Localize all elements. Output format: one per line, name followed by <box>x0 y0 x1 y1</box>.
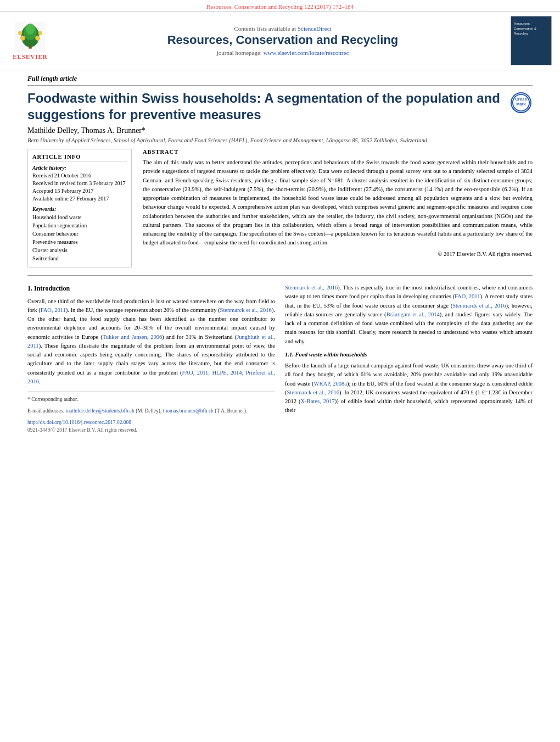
svg-rect-10 <box>513 19 550 36</box>
keywords-label: Keywords: <box>32 206 127 212</box>
footnote-email: E-mail addresses: mathilde.delley@studen… <box>27 407 275 415</box>
ref-stenmarck4[interactable]: Stenmarck et al., 2016 <box>287 389 340 395</box>
ref-fao-hlpe-priefer[interactable]: FAO, 2011; HLPE, 2014; Prieferet al., 20… <box>27 370 275 384</box>
abstract-section: ABSTRACT The aim of this study was to be… <box>143 149 533 267</box>
keyword-1: Household food waste <box>32 213 127 221</box>
affiliation: Bern University of Applied Sciences, Sch… <box>27 137 533 143</box>
email-brunner[interactable]: thomas.brunner@bfh.ch <box>163 408 214 414</box>
journal-cover-image: Resources Conservation & Recycling <box>511 16 552 65</box>
article-body: Full length article Foodwaste within Swi… <box>0 70 560 440</box>
footnote-area: * Corresponding author. E-mail addresses… <box>27 392 275 434</box>
keyword-6: Switzerland <box>32 254 127 263</box>
ref-brautigam[interactable]: Bräutigam et al., 2014 <box>387 311 440 317</box>
body-text-columns: 1. Introduction Overall, one third of th… <box>27 283 533 434</box>
svg-point-17 <box>528 47 534 53</box>
article-history-label: Article history: <box>32 165 127 171</box>
section1-col2-p1: Stenmarck et al., 2016). This is especia… <box>285 283 533 346</box>
crossmark-badge[interactable]: Cross Mark <box>511 92 533 114</box>
issn-line: 0921-3449/© 2017 Elsevier B.V. All right… <box>27 426 275 434</box>
ref-tukker[interactable]: Tukker and Jansen, 2006 <box>103 334 163 340</box>
received-date: Received 21 October 2016 <box>32 172 127 180</box>
svg-text:Resources: Resources <box>516 21 530 24</box>
crossmark-icon: Cross Mark <box>511 92 531 113</box>
svg-point-6 <box>35 35 40 40</box>
article-info-heading: ARTICLE INFO <box>32 154 127 161</box>
svg-rect-14 <box>513 36 550 63</box>
body-col-left: 1. Introduction Overall, one third of th… <box>27 283 275 434</box>
section-divider <box>27 275 533 276</box>
svg-text:Mark: Mark <box>516 102 526 107</box>
article-info-box: ARTICLE INFO Article history: Received 2… <box>27 149 132 267</box>
elsevier-tree-icon <box>14 22 47 52</box>
footnote-corresponding: * Corresponding author. <box>27 395 275 404</box>
svg-point-7 <box>18 31 22 35</box>
svg-point-8 <box>38 31 42 35</box>
copyright: © 2017 Elsevier B.V. All rights reserved… <box>143 251 533 257</box>
doi-link[interactable]: http://dx.doi.org/10.1016/j.resconrec.20… <box>27 420 131 425</box>
available-date: Available online 27 February 2017 <box>32 195 127 203</box>
email-delley[interactable]: mathilde.delley@students.bfh.ch <box>66 408 135 414</box>
homepage-url[interactable]: www.elsevier.com/locate/resconrec <box>264 49 349 56</box>
ref-fao2011-2[interactable]: FAO, 2011 <box>455 293 480 299</box>
journal-citation: Resources, Conservation and Recycling 12… <box>0 0 560 11</box>
ref-wrap[interactable]: WRAP, 2008a <box>314 381 347 387</box>
journal-thumbnail: Resources Conservation & Recycling <box>511 16 555 65</box>
revised-date: Received in revised form 3 February 2017 <box>32 180 127 187</box>
svg-point-15 <box>522 41 540 58</box>
keyword-2: Population segmentation <box>32 221 127 230</box>
section11-p1: Before the launch of a large national ca… <box>285 361 533 415</box>
article-type: Full length article <box>27 75 533 86</box>
section1-p1: Overall, one third of the worldwide food… <box>27 297 275 387</box>
section1-heading: 1. Introduction <box>27 283 275 294</box>
svg-point-5 <box>20 35 25 40</box>
abstract-heading: ABSTRACT <box>143 149 533 155</box>
svg-rect-9 <box>513 19 550 63</box>
ref-fao2011-1[interactable]: FAO, 2011 <box>41 307 66 313</box>
journal-header: ELSEVIER Contents lists available at Sci… <box>0 11 560 70</box>
keyword-5: Cluster analysis <box>32 246 127 254</box>
ref-stenmarck1[interactable]: Stenmarck et al., 2016 <box>220 307 272 313</box>
body-col-right: Stenmarck et al., 2016). This is especia… <box>285 283 533 434</box>
ref-xrates[interactable]: X-Rates, 2017 <box>301 398 335 404</box>
section11-heading: 1.1. Food waste within households <box>285 350 533 359</box>
keyword-4: Preventive measures <box>32 238 127 246</box>
journal-title: Resources, Conservation and Recycling <box>60 33 505 47</box>
article-title: Foodwaste within Swiss households: A seg… <box>27 90 505 123</box>
keyword-3: Consumer behaviour <box>32 230 127 238</box>
abstract-text: The aim of this study was to better unde… <box>143 158 533 248</box>
svg-text:Conservation &: Conservation & <box>516 25 537 29</box>
svg-text:Recycling: Recycling <box>516 30 529 33</box>
svg-point-16 <box>525 43 536 55</box>
elsevier-logo: ELSEVIER <box>5 22 55 60</box>
article-title-row: Foodwaste within Swiss households: A seg… <box>27 90 533 123</box>
contents-line: Contents lists available at ScienceDirec… <box>60 25 505 32</box>
sciencedirect-link[interactable]: ScienceDirect <box>298 25 332 32</box>
ref-stenmarck3[interactable]: Stenmarck et al., 2016 <box>452 303 506 309</box>
ref-stenmarck2[interactable]: Stenmarck et al., 2016 <box>285 284 338 291</box>
doi-line[interactable]: http://dx.doi.org/10.1016/j.resconrec.20… <box>27 419 275 427</box>
elsevier-text: ELSEVIER <box>13 53 48 60</box>
svg-point-4 <box>26 23 35 34</box>
authors: Mathilde Delley, Thomas A. Brunner* <box>27 126 533 135</box>
homepage-line: journal homepage: www.elsevier.com/locat… <box>60 49 505 56</box>
journal-center: Contents lists available at ScienceDirec… <box>60 25 505 55</box>
accepted-date: Accepted 13 February 2017 <box>32 187 127 195</box>
article-info-abstract-row: ARTICLE INFO Article history: Received 2… <box>27 149 533 267</box>
